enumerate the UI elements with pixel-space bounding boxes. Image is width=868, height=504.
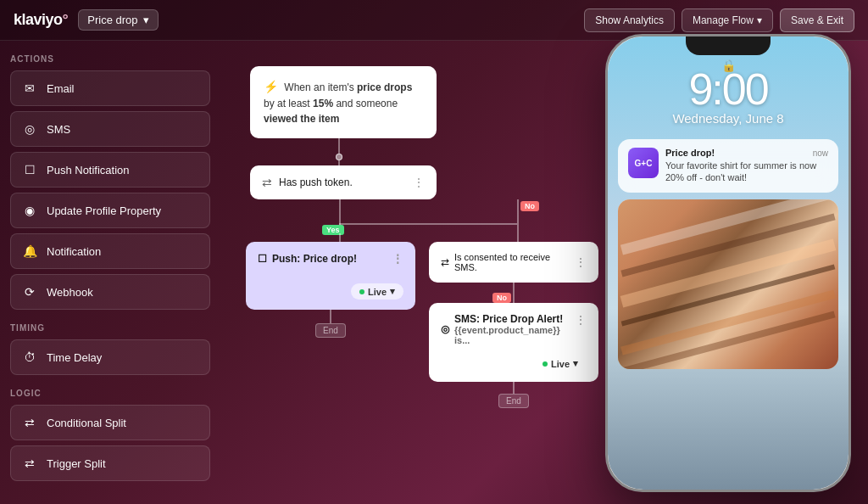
- sms-live-arrow-icon: ▾: [573, 358, 578, 369]
- no-badge: No: [520, 201, 539, 211]
- live-dot: [359, 289, 364, 294]
- phone-frame: 🔒 9:00 Wednesday, June 8 G+C Price drop!…: [605, 34, 851, 492]
- right-branch: ⇄ Is consented to receive SMS. ⋮ No ◎: [429, 242, 598, 408]
- conditional-split-label: Conditional Split: [47, 417, 126, 429]
- has-push-token-node[interactable]: ⇄ Has push token. ⋮: [250, 165, 437, 199]
- live-badge[interactable]: Live ▾: [351, 283, 403, 300]
- manage-arrow-icon: ▾: [757, 14, 762, 26]
- sidebar-item-push[interactable]: ☐ Push Notification: [10, 152, 210, 188]
- yes-down-line: [339, 233, 341, 242]
- actions-section-label: ACTIONS: [10, 54, 210, 64]
- sms-live-badge[interactable]: Live ▾: [534, 356, 587, 372]
- update-profile-label: Update Profile Property: [47, 204, 161, 217]
- push-end-badge: End: [315, 323, 346, 338]
- webhook-label: Webhook: [47, 286, 93, 299]
- flow-dropdown[interactable]: Price drop ▾: [78, 9, 158, 31]
- notification-label: Notification: [47, 245, 101, 258]
- sidebar-item-webhook[interactable]: ⟳ Webhook: [10, 274, 210, 310]
- dropdown-arrow-icon: ▾: [143, 14, 149, 26]
- manage-flow-button[interactable]: Manage Flow ▾: [682, 8, 773, 32]
- sms-live-label: Live: [551, 359, 570, 369]
- sms-consented-node[interactable]: ⇄ Is consented to receive SMS. ⋮: [429, 242, 598, 283]
- trigger-split-label: Trigger Split: [47, 457, 106, 470]
- logic-section-label: LOGIC: [10, 389, 210, 398]
- sms-icon: ◎: [21, 120, 38, 137]
- sms-alert-menu[interactable]: ⋮: [575, 313, 587, 327]
- phone-screen: 🔒 9:00 Wednesday, June 8 G+C Price drop!…: [608, 36, 849, 490]
- show-analytics-button[interactable]: Show Analytics: [584, 8, 675, 32]
- left-branch: ☐ Push: Price drop! ⋮ Live ▾: [246, 242, 415, 408]
- sms-split-icon: ⇄: [441, 256, 449, 268]
- push-icon: ☐: [21, 161, 38, 178]
- has-push-menu[interactable]: ⋮: [413, 176, 425, 189]
- sms-yes-line: [513, 283, 515, 303]
- sidebar-item-update-profile[interactable]: ◉ Update Profile Property: [10, 193, 210, 228]
- trigger-text: When an item's price drops by at least 1…: [264, 81, 412, 125]
- sidebar-item-notification[interactable]: 🔔 Notification: [10, 233, 210, 269]
- sidebar-item-sms[interactable]: ◎ SMS: [10, 111, 210, 147]
- no-down-line: [517, 225, 519, 242]
- sms-node-footer: Live ▾: [441, 356, 587, 372]
- save-exit-button[interactable]: Save & Exit: [780, 8, 854, 32]
- push-end-line: [330, 310, 331, 323]
- notif-body: Your favorite shirt for summer is now 20…: [665, 160, 828, 184]
- sms-branch-connector: No: [429, 283, 598, 303]
- phone-date: Wednesday, June 8: [608, 111, 849, 126]
- notif-time: now: [813, 148, 828, 158]
- manage-flow-label: Manage Flow: [693, 14, 754, 26]
- notif-title: Price drop!: [665, 148, 715, 158]
- push-node-footer: Live ▾: [258, 283, 403, 300]
- logo-symbol: °: [63, 11, 69, 28]
- sms-node-title-text: SMS: Price Drop Alert! {{event.product_n…: [454, 313, 575, 345]
- connector-dot: [336, 154, 342, 160]
- push-price-drop-node[interactable]: ☐ Push: Price drop! ⋮ Live ▾: [246, 242, 415, 310]
- sms-body: {{event.product_name}} is...: [454, 325, 575, 345]
- logo-text: klaviyo: [14, 11, 63, 28]
- sidebar-item-time-delay[interactable]: ⏱ Time Delay: [10, 339, 210, 375]
- trigger-icon: ⚡: [264, 80, 278, 93]
- trigger-node[interactable]: ⚡ When an item's price drops by at least…: [250, 66, 437, 138]
- push-node-icon: ☐: [258, 253, 267, 265]
- push-node-label: Push: Price drop!: [272, 253, 357, 265]
- sms-no-badge: No: [492, 293, 511, 303]
- logo: klaviyo°: [14, 11, 68, 29]
- sidebar-item-trigger-split[interactable]: ⇄ Trigger Split: [10, 445, 210, 481]
- conditional-split-icon: ⇄: [21, 414, 38, 431]
- sms-consented-left: ⇄ Is consented to receive SMS.: [441, 252, 575, 272]
- sms-node-title: ◎ SMS: Price Drop Alert! {{event.product…: [441, 313, 575, 345]
- sidebar-item-conditional-split[interactable]: ⇄ Conditional Split: [10, 405, 210, 440]
- timing-section-label: TIMING: [10, 323, 210, 333]
- notif-header: Price drop! now: [665, 148, 828, 158]
- connector-line: [338, 138, 340, 154]
- sms-end-badge: End: [498, 394, 529, 408]
- time-delay-label: Time Delay: [47, 351, 102, 364]
- push-node-title: ☐ Push: Price drop!: [258, 253, 357, 265]
- canvas: ⚡ When an item's price drops by at least…: [220, 41, 614, 504]
- header-right: Show Analytics Manage Flow ▾ Save & Exit: [584, 8, 854, 32]
- push-node-menu[interactable]: ⋮: [392, 252, 403, 266]
- live-arrow-icon: ▾: [390, 286, 395, 297]
- shirt-image: [618, 199, 838, 369]
- sidebar-item-email[interactable]: ✉ Email: [10, 70, 210, 106]
- split-icon: ⇄: [262, 176, 272, 189]
- sms-node-header: ◎ SMS: Price Drop Alert! {{event.product…: [441, 313, 587, 345]
- sms-live-dot: [542, 361, 548, 367]
- sms-alert-node[interactable]: ◎ SMS: Price Drop Alert! {{event.product…: [429, 303, 598, 382]
- branch-h-line: [339, 223, 517, 225]
- email-icon: ✉: [21, 80, 38, 97]
- sms-consented-menu[interactable]: ⋮: [575, 255, 587, 269]
- flow-name: Price drop: [87, 14, 137, 26]
- has-push-left: ⇄ Has push token.: [262, 176, 353, 189]
- notification-icon: 🔔: [21, 243, 38, 260]
- sidebar: ACTIONS ✉ Email ◎ SMS ☐ Push Notificatio…: [0, 41, 220, 504]
- shirt-visual: [618, 199, 838, 369]
- notif-avatar: G+C: [628, 148, 659, 178]
- push-node-header: ☐ Push: Price drop! ⋮: [258, 252, 403, 266]
- header-left: klaviyo° Price drop ▾: [14, 9, 159, 31]
- has-push-label: Has push token.: [279, 176, 353, 188]
- notif-content: Price drop! now Your favorite shirt for …: [665, 148, 828, 184]
- email-label: Email: [47, 82, 75, 95]
- sms-end-line: [513, 382, 515, 394]
- sms-label: SMS: [47, 123, 70, 136]
- sms-title: SMS: Price Drop Alert!: [454, 313, 575, 325]
